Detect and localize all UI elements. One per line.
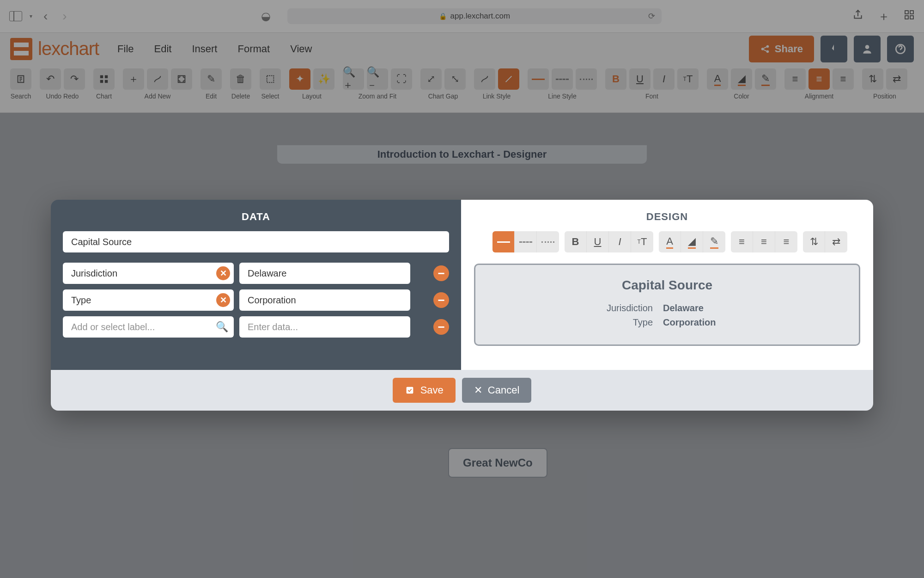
- label-input-0[interactable]: [63, 263, 234, 284]
- cancel-label: Cancel: [488, 384, 519, 396]
- d-position-h[interactable]: ⇄: [825, 231, 847, 252]
- svg-rect-16: [406, 387, 413, 394]
- node-preview: Capital Source Jurisdiction Delaware Typ…: [474, 264, 860, 346]
- d-textsize[interactable]: TT: [631, 231, 653, 252]
- value-input-0[interactable]: [239, 263, 410, 284]
- add-label-input[interactable]: [63, 316, 234, 338]
- d-underline[interactable]: U: [587, 231, 609, 252]
- clear-label-1[interactable]: ✕: [216, 293, 230, 307]
- node-name-input[interactable]: [63, 231, 449, 252]
- label-input-1[interactable]: [63, 289, 234, 311]
- edit-modal: DATA ✕ − ✕ −: [51, 200, 873, 411]
- preview-key-0: Jurisdiction: [579, 303, 653, 314]
- remove-row-0[interactable]: −: [433, 265, 449, 281]
- search-icon[interactable]: 🔍: [216, 321, 228, 333]
- d-line-solid[interactable]: [492, 231, 515, 252]
- design-panel: DESIGN B U I TT A ◢ ✎: [461, 200, 873, 370]
- cancel-button[interactable]: ✕ Cancel: [462, 378, 531, 403]
- add-value-input[interactable]: [239, 316, 410, 338]
- d-text-color[interactable]: A: [659, 231, 681, 252]
- d-position-v[interactable]: ⇅: [803, 231, 825, 252]
- d-line-dash[interactable]: [515, 231, 537, 252]
- data-panel: DATA ✕ − ✕ −: [51, 200, 461, 370]
- remove-row-new[interactable]: −: [433, 319, 449, 335]
- d-align-center[interactable]: ≡: [753, 231, 775, 252]
- d-border-color[interactable]: ✎: [703, 231, 725, 252]
- save-button[interactable]: Save: [393, 378, 456, 403]
- value-input-1[interactable]: [239, 289, 410, 311]
- data-panel-title: DATA: [63, 211, 449, 223]
- preview-title: Capital Source: [489, 278, 845, 293]
- clear-label-0[interactable]: ✕: [216, 266, 230, 280]
- save-label: Save: [420, 384, 444, 396]
- preview-key-1: Type: [579, 317, 653, 328]
- d-align-left[interactable]: ≡: [731, 231, 753, 252]
- d-italic[interactable]: I: [609, 231, 631, 252]
- d-align-right[interactable]: ≡: [775, 231, 797, 252]
- design-panel-title: DESIGN: [474, 211, 860, 223]
- preview-val-0: Delaware: [663, 303, 755, 314]
- remove-row-1[interactable]: −: [433, 292, 449, 308]
- d-line-dot[interactable]: [537, 231, 559, 252]
- close-icon: ✕: [474, 384, 482, 396]
- preview-val-1: Corporation: [663, 317, 755, 328]
- d-fill-color[interactable]: ◢: [681, 231, 703, 252]
- d-bold[interactable]: B: [565, 231, 587, 252]
- modal-footer: Save ✕ Cancel: [51, 370, 873, 411]
